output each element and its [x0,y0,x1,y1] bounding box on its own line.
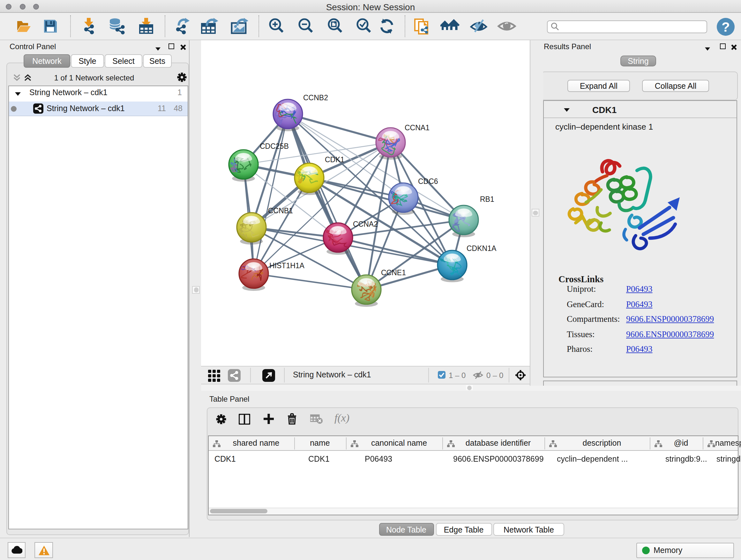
svg-text:CCNA1: CCNA1 [405,123,429,132]
svg-text:HIST1H1A: HIST1H1A [269,261,305,269]
svg-text:CDK1: CDK1 [325,155,344,164]
svg-text:CDC6: CDC6 [418,177,438,185]
svg-text:CDC25B: CDC25B [260,142,289,150]
svg-text:RB1: RB1 [480,195,494,203]
svg-text:CCNA2: CCNA2 [353,220,378,228]
svg-text:?: ? [722,19,730,35]
svg-text:CCNB1: CCNB1 [268,206,293,214]
svg-text:CCNE1: CCNE1 [381,268,406,276]
svg-text:CCNB2: CCNB2 [303,93,328,102]
svg-text:CDKN1A: CDKN1A [467,244,496,252]
